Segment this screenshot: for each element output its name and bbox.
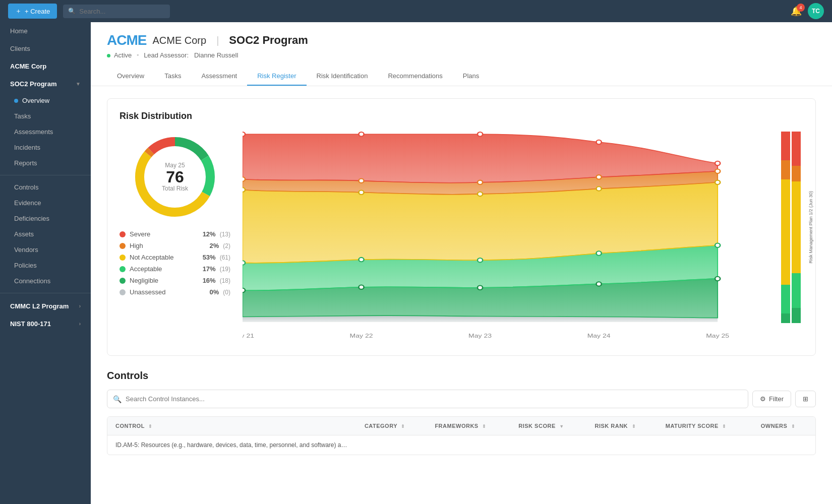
svg-text:May 25: May 25 [706, 333, 729, 339]
svg-point-21 [243, 261, 245, 265]
donut-section: May 25 76 Total Risk Severe 12% (1 [120, 132, 230, 296]
svg-point-9 [597, 140, 602, 144]
main-content: ACME ACME Corp | SOC2 Program Active • L… [91, 22, 832, 504]
tab-plans[interactable]: Plans [453, 67, 490, 86]
sort-icon-risk-score[interactable]: ▼ [559, 424, 564, 429]
category-cell [356, 435, 427, 455]
filter-icon: ⚙ [760, 395, 766, 403]
sort-icon-control[interactable]: ⇕ [148, 424, 153, 429]
plus-icon: ＋ [15, 7, 22, 16]
th-category: CATEGORY ⇕ [356, 417, 427, 435]
sort-icon-owners[interactable]: ⇕ [791, 424, 796, 429]
svg-point-10 [715, 161, 720, 165]
control-search-input[interactable] [107, 390, 748, 408]
svg-point-26 [243, 288, 245, 292]
svg-text:May 23: May 23 [468, 333, 492, 339]
notification-count: 4 [797, 4, 805, 12]
sidebar-item-clients[interactable]: Clients [0, 40, 91, 57]
sidebar-item-assessments[interactable]: Assessments [0, 124, 91, 140]
svg-point-7 [359, 132, 364, 136]
sidebar-cmmc-program[interactable]: CMMC L2 Program › [0, 297, 91, 315]
grid-view-button[interactable]: ⊞ [795, 391, 816, 407]
sidebar-nist-program[interactable]: NIST 800-171 › [0, 315, 91, 333]
lead-assessor-label: Lead Assessor: [144, 51, 189, 59]
sidebar-item-reports[interactable]: Reports [0, 155, 91, 171]
sidebar-divider-1 [0, 175, 91, 175]
svg-point-18 [478, 192, 483, 196]
severe-dot [120, 231, 126, 237]
risk-distribution-card: Risk Distribution [107, 98, 816, 356]
legend-not-acceptable: Not Acceptable 53% (61) [120, 254, 230, 261]
tab-recommendations[interactable]: Recommendations [378, 67, 452, 86]
sidebar-item-tasks[interactable]: Tasks [0, 108, 91, 124]
th-frameworks: FRAMEWORKS ⇕ [427, 417, 510, 435]
sort-icon-category[interactable]: ⇕ [401, 424, 405, 429]
sidebar-soc2-program[interactable]: SOC2 Program ▼ [0, 75, 91, 93]
th-maturity-score: MATURITY SCORE ⇕ [658, 417, 753, 435]
maturity-score-cell [658, 435, 753, 455]
risk-body: May 25 76 Total Risk Severe 12% (1 [120, 132, 803, 343]
table-row[interactable]: ID.AM-5: Resources (e.g., hardware, devi… [107, 435, 815, 455]
risk-score-cell [510, 435, 586, 455]
sort-icon-frameworks[interactable]: ⇕ [482, 424, 487, 429]
acme-logo-text: ACME [107, 32, 146, 48]
unassessed-dot [120, 289, 126, 295]
legend-negligible: Negligible 16% (18) [120, 277, 230, 284]
not-acceptable-dot [120, 255, 126, 261]
controls-table: CONTROL ⇕ CATEGORY ⇕ FRAMEWORKS ⇕ [107, 416, 816, 455]
tab-assessment[interactable]: Assessment [191, 67, 247, 86]
svg-point-13 [478, 180, 483, 184]
sidebar-item-evidence[interactable]: Evidence [0, 195, 91, 211]
global-search-input[interactable] [63, 5, 170, 18]
sidebar-item-controls[interactable]: Controls [0, 179, 91, 195]
svg-point-24 [597, 251, 602, 255]
svg-point-29 [597, 282, 602, 286]
th-risk-rank: RISK RANK ⇕ [586, 417, 657, 435]
svg-point-16 [243, 187, 245, 192]
th-owners: OWNERS ⇕ [753, 417, 815, 435]
svg-point-17 [359, 191, 364, 195]
frameworks-cell [427, 435, 510, 455]
sidebar-divider-2 [0, 293, 91, 293]
sidebar-item-deficiencies[interactable]: Deficiencies [0, 211, 91, 226]
sidebar-item-incidents[interactable]: Incidents [0, 140, 91, 155]
tab-risk-register[interactable]: Risk Register [247, 67, 306, 86]
negligible-dot [120, 278, 126, 284]
svg-point-27 [359, 285, 364, 289]
sidebar-item-overview[interactable]: Overview [0, 93, 91, 108]
risk-rank-cell [586, 435, 657, 455]
area-chart: May 21 May 22 May 23 May 24 May 25 [243, 132, 769, 343]
active-dot [14, 99, 18, 103]
svg-point-14 [597, 175, 602, 179]
chevron-right-icon-2: › [79, 321, 81, 327]
sidebar-item-acme-corp[interactable]: ACME Corp [0, 57, 91, 75]
search-control-icon: 🔍 [113, 395, 122, 403]
high-dot [120, 243, 126, 249]
legend-high: High 2% (2) [120, 242, 230, 249]
acme-logo: ACME [107, 32, 146, 48]
svg-point-12 [359, 178, 364, 182]
create-button[interactable]: ＋ + Create [8, 4, 57, 19]
user-avatar[interactable]: TC [808, 3, 824, 19]
notifications-bell[interactable]: 🔔 4 [791, 6, 802, 17]
svg-point-22 [359, 258, 364, 262]
sidebar-item-assets[interactable]: Assets [0, 226, 91, 242]
filter-button[interactable]: ⚙ Filter [752, 391, 791, 407]
sidebar-item-connections[interactable]: Connections [0, 273, 91, 289]
donut-label: Total Risk [162, 185, 188, 192]
sidebar-item-home[interactable]: Home [0, 22, 91, 40]
legend-severe: Severe 12% (13) [120, 230, 230, 238]
legend-unassessed: Unassessed 0% (0) [120, 288, 230, 296]
svg-text:May 21: May 21 [243, 333, 254, 339]
svg-point-15 [715, 169, 720, 173]
separator: | [216, 35, 219, 46]
svg-point-19 [597, 186, 602, 191]
sort-icon-risk-rank[interactable]: ⇕ [632, 424, 636, 429]
tab-tasks[interactable]: Tasks [154, 67, 191, 86]
header-sub: Active • Lead Assessor: Dianne Russell [107, 51, 816, 59]
sidebar-item-policies[interactable]: Policies [0, 258, 91, 273]
tab-overview[interactable]: Overview [107, 67, 154, 86]
sidebar-item-vendors[interactable]: Vendors [0, 242, 91, 258]
sort-icon-maturity-score[interactable]: ⇕ [722, 424, 727, 429]
tab-risk-identification[interactable]: Risk Identification [307, 67, 378, 86]
